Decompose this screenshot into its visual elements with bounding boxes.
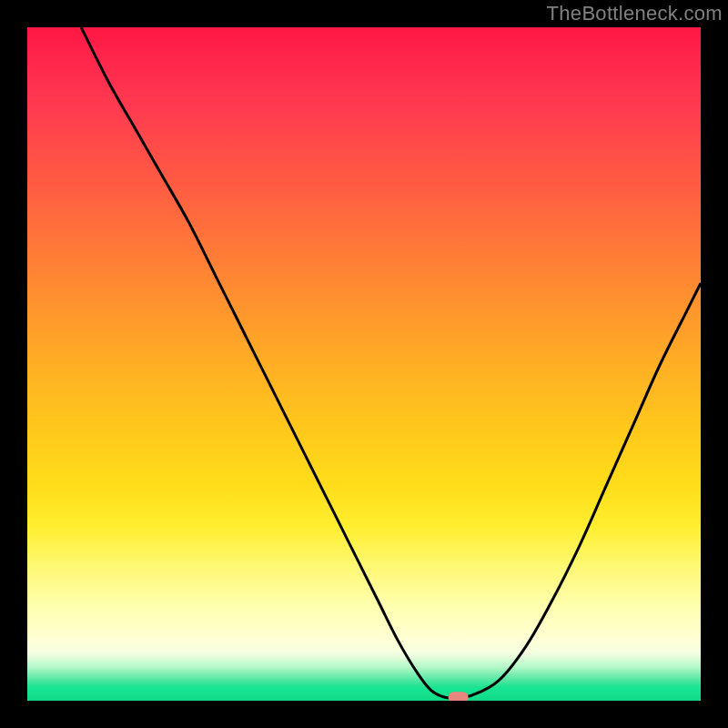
optimal-point-marker <box>449 692 469 701</box>
watermark-text: TheBottleneck.com <box>547 2 723 25</box>
plot-area <box>27 27 701 701</box>
chart-frame: TheBottleneck.com <box>0 0 728 728</box>
curve-layer <box>27 27 701 701</box>
bottleneck-curve <box>81 27 701 698</box>
